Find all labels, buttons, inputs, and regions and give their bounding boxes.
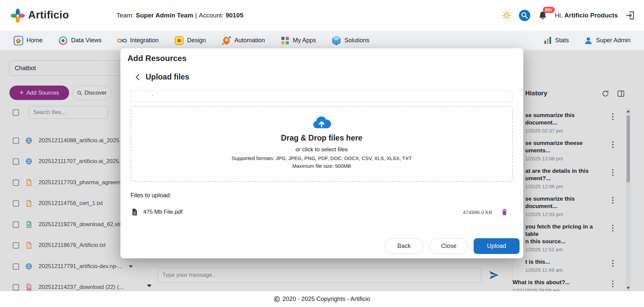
dropzone-max-size: Maximum file size: 500MB — [292, 163, 351, 169]
home-icon — [13, 36, 23, 46]
apps-grid-icon — [280, 36, 290, 45]
back-button[interactable]: Back — [384, 238, 424, 254]
nav-label: Data Views — [71, 37, 102, 44]
main-nav: Home Data Views — [0, 31, 644, 50]
footer: © 2020 - 2025 Copyrights - Artificio — [0, 291, 644, 307]
artificio-logo-icon — [10, 7, 25, 23]
dropzone-subheading: or click to select files — [296, 146, 348, 153]
nav-item-my-apps[interactable]: My Apps — [280, 36, 316, 45]
greeting-user-name: Artificio Products — [565, 12, 618, 19]
chevron-left-icon — [134, 73, 142, 81]
user-greeting: Hi, Artificio Products — [555, 12, 618, 19]
cloud-upload-icon — [312, 115, 331, 129]
upload-file-name: 475 Mb File.pdf — [143, 209, 182, 215]
team-account-line: Team: Super Admin Team | Account: 90105 — [116, 0, 244, 31]
upload-file-row: 475 Mb File.pdf 474996.0 KB — [130, 205, 513, 219]
role-label: Super Admin — [596, 37, 631, 44]
trash-icon — [501, 208, 508, 216]
back-arrow-button[interactable] — [132, 72, 143, 83]
nav-right: Stats Super Admin — [543, 36, 631, 45]
team-label: Team: — [116, 12, 134, 19]
solutions-cube-icon — [331, 36, 341, 46]
greeting-prefix: Hi, — [555, 12, 562, 19]
nav-item-integration[interactable]: Integration — [117, 36, 159, 46]
top-header: Artificio Team: Super Admin Team | Accou… — [0, 0, 644, 31]
close-button[interactable]: Close — [429, 238, 468, 254]
stats-button[interactable]: Stats — [543, 36, 569, 45]
stats-label: Stats — [555, 37, 569, 44]
files-to-upload-label: Files to upload: — [130, 192, 171, 199]
design-icon — [174, 36, 184, 46]
pdf-file-icon — [130, 208, 139, 216]
account-label: Account: — [199, 12, 224, 19]
nav-label: Home — [26, 37, 43, 44]
role-menu[interactable]: Super Admin — [584, 36, 631, 45]
nav-label: Automation — [234, 37, 265, 44]
nav-label: My Apps — [293, 37, 316, 44]
footer-text: 2020 - 2025 Copyrights - Artificio — [282, 296, 370, 303]
upload-file-size: 474996.0 KB — [463, 209, 492, 215]
dropzone-formats: Supported formats: JPG, JPEG, PNG, PDF, … — [232, 155, 412, 161]
data-views-icon — [58, 36, 68, 46]
delete-file-button[interactable] — [501, 208, 508, 216]
logout-icon — [625, 10, 635, 20]
nav-item-automation[interactable]: Automation — [221, 36, 265, 46]
nav-item-data-views[interactable]: Data Views — [58, 36, 102, 46]
notifications-button[interactable]: 99+ — [538, 11, 547, 20]
nav-item-solutions[interactable]: Solutions — [331, 36, 369, 46]
automation-gear-icon — [221, 36, 231, 46]
sun-icon — [502, 11, 511, 20]
nav-item-design[interactable]: Design — [174, 36, 206, 46]
team-account-divider: | — [195, 12, 197, 19]
file-dropzone[interactable]: Drag & Drop files here or click to selec… — [130, 106, 513, 182]
logout-button[interactable] — [625, 10, 635, 20]
stats-bars-icon — [543, 36, 552, 45]
header-actions: 99+ Hi, Artificio Products — [502, 0, 635, 31]
theme-toggle-button[interactable] — [502, 11, 511, 20]
upload-note-box: . — [130, 91, 513, 102]
app-root: Artificio Team: Super Admin Team | Accou… — [0, 0, 644, 307]
nav-item-home[interactable]: Home — [13, 36, 43, 46]
modal-title: Add Resources — [127, 54, 186, 63]
integration-icon — [117, 36, 127, 46]
dropzone-heading: Drag & Drop files here — [281, 134, 363, 143]
search-icon — [519, 9, 531, 21]
copyright-icon: © — [274, 295, 280, 303]
team-name: Super Admin Team — [136, 12, 193, 19]
user-icon — [584, 36, 593, 45]
nav-label: Design — [187, 37, 206, 44]
upload-button[interactable]: Upload — [474, 238, 520, 254]
upload-note-text: . — [152, 91, 153, 97]
modal-step-title: Upload files — [146, 72, 189, 82]
brand[interactable]: Artificio — [10, 7, 69, 23]
nav-label: Integration — [130, 37, 159, 44]
account-number: 90105 — [226, 12, 244, 19]
global-search-button[interactable] — [519, 9, 531, 21]
modal-buttons: Back Close Upload — [120, 238, 523, 254]
nav-label: Solutions — [344, 37, 369, 44]
brand-name: Artificio — [28, 9, 69, 21]
notification-badge: 99+ — [543, 7, 555, 13]
add-resources-modal: Add Resources Upload files . Drag & Drop… — [120, 48, 523, 258]
nav-items: Home Data Views — [13, 36, 369, 46]
